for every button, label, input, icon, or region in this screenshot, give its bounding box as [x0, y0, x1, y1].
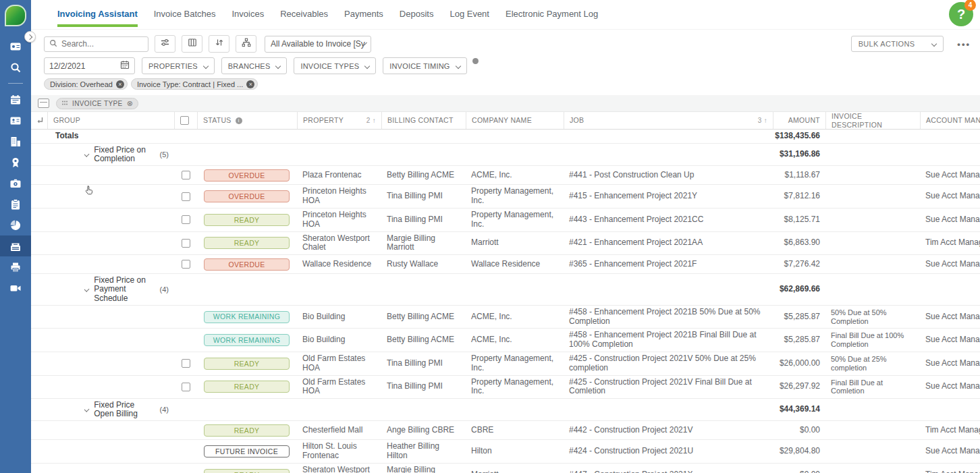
- cell-company-name: Marriott: [466, 232, 564, 255]
- cell-collapse: [31, 352, 47, 375]
- filter-chip-invoice-type-contract-fixed[interactable]: Invoice Type: Contract | Fixed ...×: [131, 78, 258, 90]
- filter-dropdown-properties[interactable]: PROPERTIES: [142, 57, 215, 74]
- status-badge[interactable]: OVERDUE: [204, 169, 290, 182]
- top-tabs: Invoicing AssistantInvoice BatchesInvoic…: [31, 0, 980, 30]
- cell-company-name: Hilton: [466, 440, 564, 463]
- hierarchy-button[interactable]: [236, 35, 256, 53]
- group-panel-icon[interactable]: [38, 99, 49, 108]
- tab-invoices[interactable]: Invoices: [232, 9, 265, 19]
- tab-payments[interactable]: Payments: [344, 9, 383, 19]
- sidebar-expand-button[interactable]: [24, 31, 36, 43]
- cell-group: [47, 306, 174, 329]
- filter-dropdown-invoice-timing[interactable]: INVOICE TIMING: [383, 57, 466, 74]
- sidebar-item-clipboard[interactable]: [0, 194, 31, 215]
- row-checkbox[interactable]: [182, 239, 190, 248]
- sidebar-item-video[interactable]: [0, 277, 31, 298]
- status-badge[interactable]: FUTURE INVOICE: [204, 445, 290, 457]
- cell-job: #415 - Enhancement Project 2021Y: [564, 185, 773, 208]
- sidebar-item-calendar[interactable]: [0, 89, 31, 110]
- cell-checkbox: [174, 208, 197, 231]
- status-badge[interactable]: READY: [204, 214, 290, 226]
- bulk-actions-button[interactable]: BULK ACTIONS: [851, 36, 944, 52]
- collapse-all-icon[interactable]: [36, 116, 44, 125]
- tab-invoice-batches[interactable]: Invoice Batches: [154, 9, 216, 19]
- status-badge[interactable]: READY: [204, 424, 290, 437]
- cell-invoice-description: [825, 440, 920, 463]
- status-badge[interactable]: OVERDUE: [204, 258, 290, 271]
- cell-account-manager: [920, 144, 980, 165]
- drag-handle-icon: [61, 100, 68, 107]
- select-all-checkbox[interactable]: [180, 116, 189, 125]
- chevron-right-icon: [26, 34, 32, 39]
- chevron-down-icon[interactable]: [84, 407, 90, 412]
- cell-status: FUTURE INVOICE: [197, 440, 297, 463]
- status-badge[interactable]: OVERDUE: [204, 190, 290, 202]
- remove-group-icon[interactable]: ⊗: [127, 99, 134, 108]
- sidebar-item-contact-card[interactable]: [0, 110, 31, 131]
- status-badge[interactable]: WORK REMAINING: [204, 334, 290, 346]
- group-cell[interactable]: Fixed Price on Completion(5): [47, 144, 174, 165]
- view-select[interactable]: All Available to Invoice [Sy: [265, 36, 371, 53]
- bulk-actions-label: BULK ACTIONS: [859, 40, 915, 48]
- group-amount: $31,196.86: [773, 144, 825, 165]
- cell-status: READY: [197, 352, 297, 375]
- filter-dropdown-invoice-types[interactable]: INVOICE TYPES: [294, 57, 376, 74]
- totals-amount: $138,435.66: [773, 130, 825, 143]
- sidebar-item-pie-chart[interactable]: [0, 215, 31, 235]
- more-options-button[interactable]: •••: [957, 39, 971, 49]
- sort-button[interactable]: [209, 35, 229, 53]
- table-row: OVERDUEWallace ResidenceRusty WallaceWal…: [31, 255, 980, 274]
- chevron-down-icon[interactable]: [84, 287, 90, 292]
- remove-chip-icon[interactable]: ×: [116, 80, 124, 88]
- remove-chip-icon[interactable]: ×: [246, 80, 254, 88]
- filter-settings-button[interactable]: [155, 35, 175, 53]
- tab-invoicing-assistant[interactable]: Invoicing Assistant: [57, 9, 138, 27]
- filter-dropdown-branches[interactable]: BRANCHES: [221, 57, 288, 74]
- help-button[interactable]: ? 4: [949, 2, 973, 26]
- status-badge[interactable]: WORK REMAINING: [204, 311, 290, 323]
- sidebar-item-printer[interactable]: [0, 256, 31, 277]
- sidebar-item-company[interactable]: [0, 131, 31, 152]
- column-header-property[interactable]: PROPERTY2 ↑: [297, 112, 381, 129]
- search-icon: [9, 61, 22, 74]
- cell-group: [47, 329, 174, 352]
- chevron-down-icon[interactable]: [84, 152, 90, 157]
- date-field[interactable]: 12/2/2021: [44, 57, 135, 74]
- row-checkbox[interactable]: [182, 171, 190, 179]
- sidebar-item-camera[interactable]: [0, 173, 31, 194]
- sort-indicator[interactable]: 3 ↑: [758, 117, 767, 125]
- group-cell[interactable]: Fixed Price on Payment Schedule(4): [47, 274, 174, 305]
- invoices-table: GROUPSTATUSiPROPERTY2 ↑BILLING CONTACTCO…: [31, 112, 980, 473]
- search-input[interactable]: [61, 39, 136, 49]
- cell-billing-contact: [381, 144, 466, 165]
- row-checkbox[interactable]: [182, 192, 190, 201]
- filter-chip-division-overhead[interactable]: Division: Overhead×: [44, 78, 128, 90]
- table-row: OVERDUEPlaza FrontenacBetty Billing ACME…: [31, 166, 980, 185]
- status-badge[interactable]: READY: [204, 381, 290, 393]
- status-badge[interactable]: READY: [204, 469, 290, 473]
- status-badge[interactable]: READY: [204, 237, 290, 249]
- app-logo-icon[interactable]: [5, 5, 26, 26]
- status-badge[interactable]: READY: [204, 358, 290, 370]
- sort-indicator[interactable]: 2 ↑: [366, 117, 376, 125]
- group-cell[interactable]: Fixed Price Open Billing(4): [47, 399, 174, 420]
- sidebar-item-search[interactable]: [0, 57, 31, 78]
- row-checkbox[interactable]: [182, 383, 190, 391]
- column-label: JOB: [570, 116, 584, 124]
- column-header-checkbox[interactable]: [174, 112, 197, 129]
- row-checkbox[interactable]: [182, 359, 190, 368]
- group-by-pill[interactable]: INVOICE TYPE ⊗: [56, 98, 138, 109]
- tab-electronic-payment-log[interactable]: Electronic Payment Log: [506, 9, 598, 19]
- sidebar-item-award[interactable]: [0, 152, 31, 173]
- row-checkbox[interactable]: [182, 215, 190, 224]
- sidebar-item-invoicing[interactable]: [0, 235, 31, 256]
- column-header-job[interactable]: JOB3 ↑: [564, 112, 773, 129]
- tab-log-event[interactable]: Log Event: [450, 9, 489, 19]
- tab-deposits[interactable]: Deposits: [400, 9, 434, 19]
- cell-status: READY: [197, 208, 297, 231]
- tab-receivables[interactable]: Receivables: [280, 9, 328, 19]
- cell-property: [297, 399, 381, 420]
- cell-company-name: Property Management, Inc.: [466, 208, 564, 231]
- columns-button[interactable]: [182, 35, 202, 53]
- row-checkbox[interactable]: [182, 260, 190, 269]
